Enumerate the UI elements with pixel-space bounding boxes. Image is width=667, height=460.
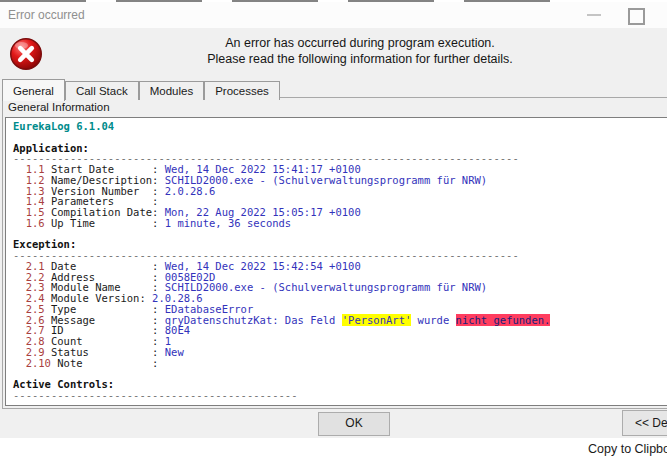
tab-processes[interactable]: Processes [204,81,280,100]
general-tab-page: General Information EurekaLog 6.1.04 App… [2,97,667,409]
report-text: EurekaLog 6.1.04 Application:-----------… [6,118,667,401]
error-icon [9,37,43,71]
screen: Error occurred An error has occurred dur [0,0,667,460]
error-summary-line1: An error has occurred during program exe… [53,35,667,51]
maximize-icon[interactable] [628,8,645,25]
error-report-memo[interactable]: EurekaLog 6.1.04 Application:-----------… [5,117,667,406]
tab-general[interactable]: General [2,79,65,101]
title-bar[interactable]: Error occurred [0,2,667,28]
minimize-icon[interactable] [587,14,601,16]
error-summary: An error has occurred during program exe… [53,35,667,67]
area-below-dialog: Copy to Clipbo [0,438,667,460]
report-line [13,229,667,240]
report-line: EurekaLog 6.1.04 [13,121,667,132]
error-summary-line2: Please read the following information fo… [53,51,667,67]
copy-to-clipboard-button[interactable]: Copy to Clipbo [588,442,667,456]
error-dialog: Error occurred An error has occurred dur [0,2,667,438]
report-line [13,132,667,143]
ok-button[interactable]: OK [318,412,390,436]
group-label: General Information [8,101,110,113]
details-button[interactable]: << De [622,410,667,436]
tab-modules[interactable]: Modules [139,81,204,100]
tab-call-stack[interactable]: Call Stack [65,81,139,100]
report-line: ----------------------------------------… [13,390,667,401]
report-line: 1.6 Up Time : 1 minute, 36 seconds [13,218,667,229]
window-title: Error occurred [8,8,85,22]
tab-bar: GeneralCall StackModulesProcesses [2,78,280,100]
message-band: An error has occurred during program exe… [0,28,667,78]
report-line: 2.10 Note : [13,358,667,369]
